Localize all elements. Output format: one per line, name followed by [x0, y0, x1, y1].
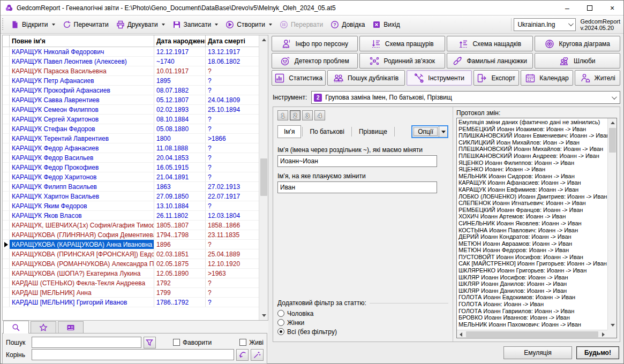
feature-duplicates-search-button[interactable]: Пошук дублікатів: [327, 70, 405, 86]
step-2-button[interactable]: 2: [290, 110, 300, 120]
cell-death-date[interactable]: ?: [206, 201, 253, 210]
protocol-scroll-thumb[interactable]: [609, 128, 616, 153]
table-row[interactable]: КАРАЩУК Николай Федорович12.12.191713.12…: [3, 47, 268, 57]
cell-birth-date[interactable]: 02.03.1851: [154, 249, 206, 259]
protocol-horizontal-scrollbar[interactable]: [457, 330, 607, 338]
cell-death-date[interactable]: 1858..1866: [206, 221, 253, 230]
set-root-button[interactable]: [236, 349, 249, 361]
table-row[interactable]: КАРАЩУК Харитон Васильев27.09.185022.07.…: [3, 192, 268, 201]
cell-death-date[interactable]: 25.10.1894: [206, 105, 253, 114]
cell-full-name[interactable]: КАРАЩУК Терентий Лаврентиев: [10, 134, 154, 143]
cell-full-name[interactable]: КАРАЩУК Яким Федоров: [10, 201, 154, 210]
cell-full-name[interactable]: КАРАЩУК Федор Васильев: [10, 153, 154, 162]
feature-family-chains-button[interactable]: Фамильні ланцюжки: [447, 53, 533, 69]
cell-death-date[interactable]: ?: [206, 153, 253, 162]
protocol-vertical-scrollbar[interactable]: [607, 118, 617, 330]
step-4-button[interactable]: 4: [314, 110, 325, 120]
feature-problem-detector-button[interactable]: Детектор проблем: [272, 53, 358, 69]
cell-full-name[interactable]: КАРДАШ [МЕЛЬНИК] Анна: [10, 288, 154, 297]
cell-full-name[interactable]: КАРАЩУК Федор Афанасиев: [10, 143, 154, 153]
cell-birth-date[interactable]: 1896: [154, 240, 206, 249]
alive-checkbox[interactable]: Живі: [239, 339, 264, 346]
scroll-right-icon[interactable]: [599, 330, 607, 338]
cell-birth-date[interactable]: 16.05.1915: [154, 163, 206, 172]
table-row[interactable]: КАРАЩУКОВА (ПРИНСКАЯ [ФРОНСКАЯ]) Евдокия…: [3, 249, 268, 259]
cell-birth-date[interactable]: 1786..1792: [154, 298, 206, 307]
gender-radio-2[interactable]: Всі (без фільтру): [277, 327, 448, 336]
toolbar-printer-button[interactable]: Друкувати: [112, 18, 169, 32]
cell-birth-date[interactable]: 26.11.1802: [154, 211, 206, 220]
cell-death-date[interactable]: ?: [206, 288, 253, 297]
cell-death-date[interactable]: 27.02.1913: [206, 182, 253, 191]
chevron-down-icon[interactable]: [215, 24, 218, 26]
table-row[interactable]: КАРАЩУК Федор Афанасиев11.08.1888?: [3, 143, 268, 153]
cell-birth-date[interactable]: 05.12.1807: [154, 95, 206, 104]
cell-death-date[interactable]: >1866: [206, 134, 253, 143]
table-row[interactable]: КАРАЩУКОВА (ШОПА?) Екатерина Лукина12.05…: [3, 269, 268, 278]
protocol-list[interactable]: Емуляція зміни даних (фактично дані не з…: [456, 118, 617, 338]
table-row[interactable]: КАРАЩУК Стефан Федоров05.08.1880?: [3, 124, 268, 134]
table-row[interactable]: КАРДАШ (СТЕНЬКО) Фекла-Текля Андреева179…: [3, 278, 268, 288]
cell-birth-date[interactable]: 21.04.1891: [154, 172, 206, 181]
scroll-down-icon[interactable]: [608, 321, 617, 330]
protocol-hscroll-thumb[interactable]: [466, 331, 598, 337]
cell-birth-date[interactable]: 1805..1807: [154, 221, 206, 230]
cell-death-date[interactable]: ?: [206, 298, 253, 307]
person-tab-id-card[interactable]: [58, 321, 84, 333]
table-row[interactable]: КАРАЩУК Семеон Филиппов02.02.189325.10.1…: [3, 105, 268, 115]
cell-full-name[interactable]: КАРАЩУК Семеон Филиппов: [10, 105, 154, 114]
toolbar-help-circle-button[interactable]: ?Довідка: [327, 18, 369, 32]
cell-birth-date[interactable]: 1792: [154, 278, 206, 287]
find-names-input[interactable]: [277, 155, 437, 167]
cell-birth-date[interactable]: 1895: [154, 76, 206, 85]
table-row[interactable]: КАРДАШ [МЕЛЬНИК] Анна1799?: [3, 288, 268, 298]
table-row[interactable]: КАРАЩУК Яким Федоров13.10.1884?: [3, 201, 268, 211]
step-3-button[interactable]: 3: [302, 110, 313, 120]
cell-birth-date[interactable]: 1794..1798: [154, 230, 206, 239]
table-row[interactable]: КАРАЩУК Параска Васильевна10.01.1917?: [3, 66, 268, 76]
close-button[interactable]: ×: [601, 1, 623, 15]
cell-death-date[interactable]: 13.12.1917: [206, 47, 253, 56]
cell-full-name[interactable]: КАРАЩУК Павел Леонтиев (Алексеев): [10, 57, 154, 66]
cell-death-date[interactable]: 25.04.1889: [206, 249, 253, 259]
person-tab-magnifier[interactable]: [3, 321, 29, 333]
cell-full-name[interactable]: КАРАЩУК Николай Федорович: [10, 47, 154, 56]
cell-full-name[interactable]: КАРАЩУК Харитон Васильев: [10, 192, 154, 201]
search-input[interactable]: [32, 337, 141, 348]
feature-residents-button[interactable]: Жителі: [575, 70, 620, 86]
table-row[interactable]: КАРАЩУК Федор Харитонов21.04.1891?: [3, 172, 268, 182]
cell-full-name[interactable]: КАРАЩУКОВА (КАРАЩУКОВА) Анна Ивановна: [10, 240, 154, 249]
cell-birth-date[interactable]: 12.05.1890: [154, 269, 206, 278]
cell-death-date[interactable]: 22.07.1917: [206, 192, 253, 201]
cell-birth-date[interactable]: 27.09.1850: [154, 192, 206, 201]
minimize-button[interactable]: –: [556, 1, 578, 15]
cell-full-name[interactable]: КАРАЩУК Петр Афанасиев: [10, 76, 154, 85]
cell-birth-date[interactable]: 02.02.1893: [154, 105, 206, 114]
cell-full-name[interactable]: КАРАЩУКОВА (РОМАНЧУКОВА) Александра Петр…: [10, 259, 154, 268]
scroll-up-icon[interactable]: [259, 35, 268, 44]
header-birth-date[interactable]: Дата народження: [154, 35, 206, 47]
feature-info-person-button[interactable]: Інфо про персону: [272, 36, 358, 51]
cell-birth-date[interactable]: 02.05.1875: [154, 259, 206, 268]
table-row[interactable]: КАРАЩУК Филипп Васильев186327.02.1913: [3, 182, 268, 192]
tool-select[interactable]: 2 Групова заміна Імен, По батькові, Пріз…: [311, 91, 620, 104]
cell-birth-date[interactable]: 12.12.1917: [154, 47, 206, 56]
feature-marriages-button[interactable]: Шлюби: [535, 53, 621, 69]
cell-death-date[interactable]: 18.06.1802: [206, 57, 253, 66]
feature-export-button[interactable]: Експорт: [473, 70, 519, 86]
cell-full-name[interactable]: КАРАЩУКОВА (ПРИНСКАЯ [ФРОНСКАЯ]) Евдокия…: [10, 249, 154, 259]
chevron-down-icon[interactable]: [52, 24, 55, 26]
cell-birth-date[interactable]: 1800: [154, 134, 206, 143]
cell-full-name[interactable]: КАРАЩУК Стефан Федоров: [10, 124, 154, 133]
cell-death-date[interactable]: ?: [206, 278, 253, 287]
feature-family-relation-button[interactable]: Родинний зв'язок: [359, 53, 446, 69]
table-scroll-thumb[interactable]: [260, 158, 267, 196]
table-row[interactable]: КАРАЩУК Федор Васильев20.04.1853?: [3, 153, 268, 163]
language-select[interactable]: Ukrainian.lng: [514, 18, 576, 31]
emulation-button[interactable]: Емуляція: [503, 346, 572, 359]
cell-full-name[interactable]: КАРАЩУК Сергей Харитонов: [10, 115, 154, 124]
table-row[interactable]: КАРДАШ [МЕЛЬНИК] Григорий Иванов1786..17…: [3, 298, 268, 307]
filter-button[interactable]: [144, 337, 156, 348]
cell-full-name[interactable]: КАРДАШ [МЕЛЬНИК] Григорий Иванов: [10, 298, 154, 307]
toolbar-open-doc-button[interactable]: Відкрити: [7, 18, 59, 32]
